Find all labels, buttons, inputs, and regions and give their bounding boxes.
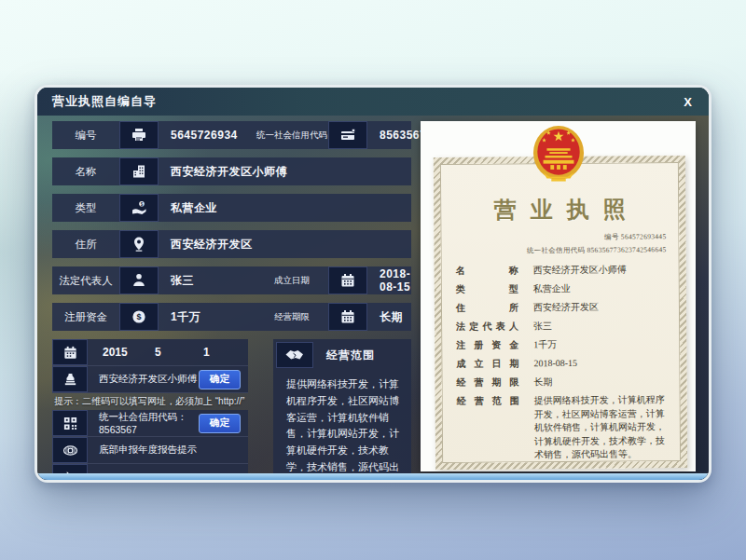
form-row-name: 名称 西安经济开发区小师傅 bbox=[52, 157, 411, 185]
window-title: 营业执照自编自导 bbox=[52, 93, 157, 110]
window-content: 编号 5645726934 统一社会信用代码 8563567738 名称 西安经… bbox=[37, 116, 709, 480]
form-row-type: 类型 $ 私营企业 bbox=[52, 194, 411, 222]
license-fields: 名称 西安经济开发区小师傅 类型 私营企业 住所 西安经济开发区 法定代表人 张… bbox=[456, 263, 671, 462]
license-field-value: 西安经济开发区 bbox=[533, 300, 670, 315]
license-field-label: 经营期限 bbox=[456, 376, 519, 389]
serial-number-field[interactable]: 5645726934 bbox=[159, 121, 256, 149]
person-icon bbox=[119, 266, 159, 294]
issue-month-field[interactable]: 5 bbox=[155, 339, 203, 365]
national-emblem-icon bbox=[532, 124, 586, 184]
issue-date-row: 2015 5 1 bbox=[52, 339, 248, 366]
badge-eye-icon bbox=[52, 437, 88, 463]
license-field-row: 住所 西安经济开发区 bbox=[456, 300, 670, 315]
stamp-name-row: 西安经济开发区小师傅 确定 bbox=[52, 366, 248, 393]
license-field-row: 类型 私营企业 bbox=[456, 281, 670, 296]
license-field-label: 住所 bbox=[456, 301, 519, 315]
name-label: 名称 bbox=[52, 157, 119, 185]
annual-report-row: 底部申报年度报告提示 bbox=[52, 437, 248, 464]
close-icon[interactable]: X bbox=[682, 95, 694, 109]
license-serial-line: 编号 564572693445 bbox=[440, 230, 666, 244]
license-title: 营业执照 bbox=[440, 194, 679, 225]
capital-field[interactable]: 1千万 bbox=[159, 303, 256, 331]
confirm-credit-button[interactable]: 确定 bbox=[199, 414, 241, 433]
business-scope-panel: 经营范围 提供网络科技开发，计算机程序开发，社区网站博客运营，计算机软件销售，计… bbox=[273, 339, 411, 483]
type-label: 类型 bbox=[52, 194, 119, 222]
calendar-icon bbox=[328, 303, 367, 331]
building-icon bbox=[119, 157, 159, 185]
license-document: 营业执照 编号 564572693445 统一社会信用代码 8563567736… bbox=[434, 156, 687, 470]
establish-date-label: 成立日期 bbox=[256, 266, 328, 294]
establish-date-field[interactable]: 2018-08-15 bbox=[367, 266, 411, 294]
confirm-name-button[interactable]: 确定 bbox=[199, 370, 241, 389]
license-code-lines: 编号 564572693445 统一社会信用代码 856356773623742… bbox=[440, 230, 679, 257]
credit-code-row: 统一社会信用代码：8563567 确定 bbox=[52, 410, 248, 437]
form-row-address: 住所 西安经济开发区 bbox=[52, 230, 411, 258]
clipped-link-row[interactable] bbox=[52, 464, 248, 483]
legal-rep-field[interactable]: 张三 bbox=[159, 266, 256, 294]
license-field-row: 注册资金 1千万 bbox=[456, 337, 670, 352]
license-field-value: 长期 bbox=[533, 375, 670, 389]
license-editor-window: 营业执照自编自导 X 编号 5645726934 统一社会信用代码 856356… bbox=[35, 85, 711, 483]
handshake-icon bbox=[276, 342, 313, 368]
id-card-icon bbox=[328, 121, 367, 149]
capital-label: 注册资金 bbox=[52, 303, 119, 331]
license-field-label: 经营范围 bbox=[457, 394, 521, 462]
license-field-value: 西安经济开发区小师傅 bbox=[533, 263, 670, 278]
annual-report-tip[interactable]: 底部申报年度报告提示 bbox=[88, 437, 248, 463]
license-field-label: 类型 bbox=[456, 282, 519, 296]
license-form: 编号 5645726934 统一社会信用代码 8563567738 名称 西安经… bbox=[52, 121, 411, 339]
credit-code-value[interactable]: 统一社会信用代码：8563567 bbox=[88, 410, 199, 436]
license-field-label: 名称 bbox=[456, 264, 519, 278]
issue-day-field[interactable]: 1 bbox=[203, 339, 210, 365]
license-field-value: 张三 bbox=[533, 319, 670, 334]
dollar-icon: $ bbox=[119, 303, 159, 331]
license-field-label: 法定代表人 bbox=[456, 320, 519, 334]
calendar-icon bbox=[328, 266, 367, 294]
address-label: 住所 bbox=[52, 230, 119, 258]
license-field-row: 成立日期 2018-08-15 bbox=[456, 356, 670, 371]
bottom-section: 2015 5 1 西安经济开发区小师傅 确定 提示：二维码可以填写网址，必须加上… bbox=[52, 339, 411, 483]
serial-label: 编号 bbox=[52, 121, 119, 149]
business-scope-text[interactable]: 提供网络科技开发，计算机程序开发，社区网站博客运营，计算机软件销售，计算机网站开… bbox=[273, 371, 411, 483]
business-scope-title: 经营范围 bbox=[326, 348, 375, 363]
license-field-row: 法定代表人 张三 bbox=[456, 319, 670, 334]
license-field-row: 名称 西安经济开发区小师傅 bbox=[456, 263, 670, 278]
term-field[interactable]: 长期 bbox=[367, 303, 411, 331]
license-field-row: 经营期限 长期 bbox=[456, 375, 670, 389]
stamp-icon bbox=[52, 366, 88, 392]
form-row-serial: 编号 5645726934 统一社会信用代码 8563567738 bbox=[52, 121, 411, 149]
qr-code-icon bbox=[52, 410, 88, 436]
issue-year-field[interactable]: 2015 bbox=[88, 339, 155, 365]
business-scope-header: 经营范围 bbox=[273, 339, 411, 371]
license-field-label: 注册资金 bbox=[456, 338, 519, 352]
company-type-field[interactable]: 私营企业 bbox=[159, 194, 411, 222]
hand-money-icon: $ bbox=[119, 194, 159, 222]
license-field-value: 2018-08-15 bbox=[533, 356, 670, 371]
form-row-capital: 注册资金 $ 1千万 经营期限 长期 bbox=[52, 303, 411, 331]
extra-settings-panel: 2015 5 1 西安经济开发区小师傅 确定 提示：二维码可以填写网址，必须加上… bbox=[52, 339, 248, 483]
license-preview-panel: 营业执照 编号 564572693445 统一社会信用代码 8563567736… bbox=[421, 121, 696, 471]
stamp-name-value[interactable]: 西安经济开发区小师傅 bbox=[88, 366, 199, 392]
license-field-value: 提供网络科技开发，计算机程序开发，社区网站博客运营，计算机软件销售，计算机网站开… bbox=[534, 393, 672, 462]
cursor-icon bbox=[52, 464, 88, 483]
title-bar: 营业执照自编自导 X bbox=[37, 88, 709, 116]
printer-icon bbox=[119, 121, 159, 149]
license-field-value: 私营企业 bbox=[533, 281, 670, 296]
location-pin-icon bbox=[119, 230, 159, 258]
term-label: 经营期限 bbox=[256, 303, 328, 331]
license-field-value: 1千万 bbox=[533, 337, 670, 352]
license-field-label: 成立日期 bbox=[456, 357, 519, 371]
company-name-field[interactable]: 西安经济开发区小师傅 bbox=[159, 157, 411, 185]
form-row-legal-rep: 法定代表人 张三 成立日期 2018-08-15 bbox=[52, 266, 411, 294]
credit-code-label: 统一社会信用代码 bbox=[256, 121, 328, 149]
license-field-row: 经营范围 提供网络科技开发，计算机程序开发，社区网站博客运营，计算机软件销售，计… bbox=[457, 393, 672, 462]
company-address-field[interactable]: 西安经济开发区 bbox=[159, 230, 411, 258]
qr-url-tip: 提示：二维码可以填写网址，必须加上 “http://” bbox=[52, 394, 248, 409]
license-credit-line: 统一社会信用代码 856356773623742546645 bbox=[440, 243, 666, 257]
svg-text:$: $ bbox=[136, 312, 141, 321]
legal-rep-label: 法定代表人 bbox=[52, 266, 119, 294]
calendar-icon bbox=[52, 339, 88, 365]
